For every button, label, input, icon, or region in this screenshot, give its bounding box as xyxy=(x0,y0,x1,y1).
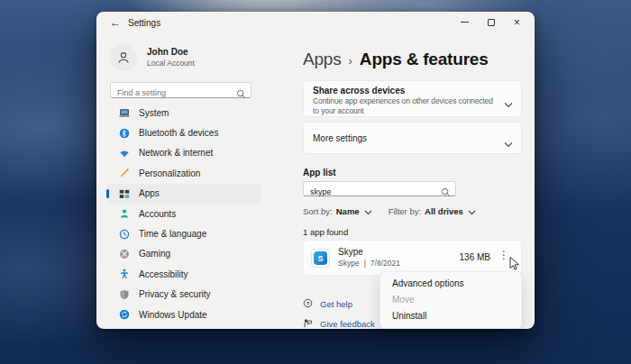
skype-icon: S xyxy=(311,249,330,268)
settings-window: ← Settings × John Doe Local Account Syst… xyxy=(96,12,535,329)
svg-text:?: ? xyxy=(306,300,310,306)
app-size: 136 MB xyxy=(460,252,490,262)
app-row-skype[interactable]: S Skype Skype | 7/8/2021 136 MB ⋮ xyxy=(303,240,522,276)
page-title: Apps & features xyxy=(360,50,489,69)
app-context-menu: Advanced optionsMoveUninstall xyxy=(380,271,522,329)
windows-update-icon xyxy=(119,309,130,320)
window-controls: × xyxy=(452,13,530,32)
close-button[interactable]: × xyxy=(504,13,530,32)
footer-links: ?Get helpGive feedback xyxy=(303,298,375,330)
person-icon xyxy=(116,50,131,65)
minimize-icon xyxy=(461,22,469,23)
sidebar-item-accounts[interactable]: Accounts xyxy=(106,204,261,223)
sidebar-item-label: System xyxy=(139,108,169,118)
sidebar-item-apps[interactable]: Apps xyxy=(106,184,261,204)
close-icon: × xyxy=(514,17,520,28)
breadcrumb-parent[interactable]: Apps xyxy=(303,50,342,69)
app-name: Skype xyxy=(338,247,363,257)
app-install-date: 7/8/2021 xyxy=(370,259,400,268)
user-name: John Doe xyxy=(147,47,188,57)
time-language-icon xyxy=(119,229,130,240)
system-icon xyxy=(119,107,130,118)
share-card-title: Share across devices xyxy=(313,86,512,96)
app-publisher: Skype xyxy=(338,259,360,268)
maximize-button[interactable] xyxy=(478,13,504,32)
sidebar-item-time-and-language[interactable]: Time & language xyxy=(106,223,261,243)
get-help-icon: ? xyxy=(303,298,313,310)
chevron-down-icon[interactable] xyxy=(468,207,476,217)
apps-icon xyxy=(119,188,130,199)
sidebar-item-bluetooth-and-devices[interactable]: Bluetooth & devices xyxy=(106,123,261,142)
gaming-icon xyxy=(119,249,130,259)
filter-by-value[interactable]: All drives xyxy=(425,206,463,216)
accounts-icon xyxy=(119,208,130,219)
footer-link-label: Give feedback xyxy=(320,319,375,329)
sidebar-item-label: Time & language xyxy=(139,229,206,239)
sidebar-item-label: Windows Update xyxy=(139,310,207,320)
sidebar-item-gaming[interactable]: Gaming xyxy=(106,244,261,264)
menu-item-uninstall[interactable]: Uninstall xyxy=(380,308,521,324)
give-feedback-link[interactable]: Give feedback xyxy=(303,318,375,330)
sidebar-item-system[interactable]: System xyxy=(106,103,261,123)
filter-by-label: Filter by: xyxy=(389,206,421,216)
mouse-cursor xyxy=(509,257,521,276)
personalization-icon xyxy=(119,168,130,178)
sidebar-item-label: Personalization xyxy=(139,168,200,178)
window-title: Settings xyxy=(128,18,160,28)
sidebar-item-label: Network & internet xyxy=(139,148,213,158)
sort-by-value[interactable]: Name xyxy=(336,206,360,216)
back-icon[interactable]: ← xyxy=(110,16,121,29)
result-count: 1 app found xyxy=(303,227,348,237)
sidebar-item-label: Bluetooth & devices xyxy=(139,128,218,138)
sort-by-label: Sort by: xyxy=(303,206,333,216)
search-icon xyxy=(236,86,246,103)
chevron-down-icon[interactable] xyxy=(504,96,513,112)
sidebar-item-network-and-internet[interactable]: Network & internet xyxy=(106,143,261,163)
privacy-icon xyxy=(119,289,130,300)
user-account-type: Local Account xyxy=(147,59,195,68)
app-list-heading: App list xyxy=(303,168,336,177)
menu-item-advanced-options[interactable]: Advanced options xyxy=(380,276,521,292)
sidebar-nav: SystemBluetooth & devicesNetwork & inter… xyxy=(106,103,261,324)
accessibility-icon xyxy=(119,268,130,279)
sidebar-item-label: Gaming xyxy=(139,249,170,259)
chevron-down-icon[interactable] xyxy=(364,207,372,217)
sidebar-item-label: Privacy & security xyxy=(139,289,210,299)
sort-filter-row: Sort by: Name Filter by: All drives xyxy=(303,205,476,217)
find-setting-search[interactable] xyxy=(110,82,251,98)
sidebar-item-label: Accessibility xyxy=(139,269,187,279)
app-subtitle: Skype | 7/8/2021 xyxy=(338,259,400,268)
skype-logo: S xyxy=(314,251,327,265)
more-settings-title: More settings xyxy=(313,133,367,143)
more-settings-card[interactable]: More settings xyxy=(303,122,522,154)
menu-item-move: Move xyxy=(380,292,521,308)
minimize-button[interactable] xyxy=(452,13,478,32)
app-search-box[interactable] xyxy=(303,181,456,196)
sidebar-item-windows-update[interactable]: Windows Update xyxy=(106,305,261,324)
sidebar-item-label: Apps xyxy=(139,188,160,198)
chevron-down-icon[interactable] xyxy=(504,135,513,151)
search-icon xyxy=(441,185,451,201)
sidebar-item-privacy-and-security[interactable]: Privacy & security xyxy=(106,285,261,305)
bluetooth-icon xyxy=(119,128,130,139)
breadcrumb: Apps › Apps & features xyxy=(303,50,489,69)
app-search-input[interactable] xyxy=(304,186,455,199)
maximize-icon xyxy=(488,19,495,26)
get-help-link[interactable]: ?Get help xyxy=(303,298,375,310)
footer-link-label: Get help xyxy=(320,299,352,309)
sidebar-item-personalization[interactable]: Personalization xyxy=(106,163,261,183)
sidebar-item-accessibility[interactable]: Accessibility xyxy=(106,264,261,284)
app-subtitle-separator: | xyxy=(364,259,366,268)
avatar xyxy=(110,44,137,71)
sidebar-item-label: Accounts xyxy=(139,209,176,219)
share-across-devices-card[interactable]: Share across devices Continue app experi… xyxy=(303,80,522,117)
give-feedback-icon xyxy=(303,318,313,330)
share-card-description: Continue app experiences on other device… xyxy=(313,96,498,116)
breadcrumb-separator-icon: › xyxy=(349,52,352,68)
network-icon xyxy=(119,148,130,159)
find-setting-input[interactable] xyxy=(111,86,251,100)
